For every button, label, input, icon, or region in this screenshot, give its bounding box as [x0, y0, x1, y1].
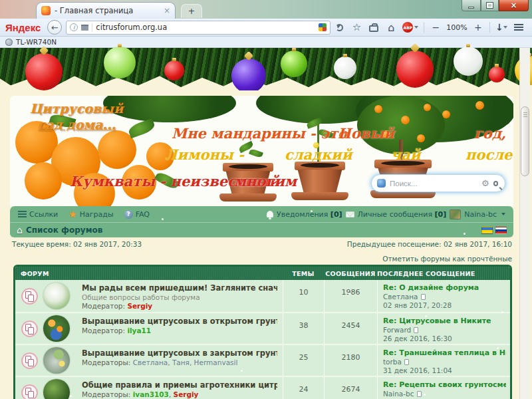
username[interactable]: Naina-bc [464, 210, 497, 219]
ornament-ball [334, 57, 356, 79]
chevron-down-icon[interactable] [501, 213, 505, 215]
moderator-link[interactable]: Светлана, Таня, Hermanvasil [133, 358, 238, 366]
forum-moderators: Модераторы: ivan3103, Sergiy [82, 390, 277, 398]
new-tab-button[interactable]: + [181, 4, 202, 18]
search-icon[interactable] [493, 181, 498, 186]
breadcrumb-bar: ⌂ Список форумов [10, 222, 513, 237]
snow-dot [348, 293, 350, 295]
home-icon[interactable]: ⌂ [17, 225, 23, 235]
orange-fruit [424, 104, 431, 111]
gear-icon[interactable]: ⚙ [481, 178, 489, 188]
menu-button[interactable] [511, 20, 527, 35]
reload-button[interactable] [331, 20, 347, 35]
last-post-link[interactable]: Re: О дизайне форума [383, 283, 506, 292]
session-info: Текущее время: 02 янв 2017, 20:33 Предыд… [12, 240, 512, 248]
ukraine-flag-icon[interactable] [481, 227, 493, 234]
forum-thumbnail [43, 315, 70, 342]
nav-links-label: Ссылки [29, 210, 58, 219]
snow-dot [241, 370, 243, 372]
breadcrumb[interactable]: Список форумов [26, 225, 102, 235]
forum-moderators: Модераторы: Светлана, Таня, Hermanvasil [82, 358, 277, 366]
yandex-logo[interactable]: Яндекс [5, 22, 41, 33]
avg-extension-icon[interactable] [319, 23, 327, 31]
sprout-leaf [249, 148, 263, 158]
nav-messages[interactable]: Личные сообщения [0] [358, 210, 447, 219]
slogan-line2: сладкий [285, 146, 352, 163]
forum-moderators: Модератор: Sergiy [82, 302, 277, 310]
zoom-in-button[interactable]: + [470, 20, 486, 35]
snow-dot [425, 315, 427, 317]
page-info-icon[interactable]: i [70, 23, 78, 31]
ornament-ball [104, 47, 136, 78]
home-button[interactable]: ⌂ [383, 20, 399, 35]
site-icon [81, 25, 88, 31]
bookmark-item[interactable]: TL-WR740N [16, 38, 57, 46]
url-text[interactable]: citrusforum.org.ua [96, 23, 315, 32]
garland-banner [0, 48, 532, 90]
window-controls: × [462, 0, 529, 11]
forum-title[interactable]: Общие правила и приемы агротехники цитру… [82, 380, 277, 390]
forum-title[interactable]: Выращивание цитрусовых в закрытом грунте [82, 348, 277, 358]
close-icon: × [510, 1, 517, 10]
adblock-button[interactable]: ABP [402, 22, 418, 33]
tab-close-icon[interactable]: × [164, 6, 170, 15]
back-button[interactable]: ← [47, 20, 62, 35]
goto-post-icon[interactable] [404, 359, 409, 365]
ornament-ball [231, 59, 266, 93]
globe-icon [5, 39, 13, 46]
zoom-level[interactable]: 100% [446, 23, 467, 32]
nav-links[interactable]: Ссылки [18, 210, 58, 219]
url-bar[interactable]: i citrusforum.org.ua [66, 21, 331, 35]
search-box[interactable]: ⚙ [371, 174, 505, 192]
nav-awards[interactable]: ★ Награды [68, 209, 113, 219]
ornament-ball [25, 53, 63, 90]
user-avatar[interactable] [450, 209, 461, 219]
bookmark-button[interactable]: ☆ [348, 20, 364, 35]
site-logo-line1: Цитрусовый [30, 101, 123, 116]
titlebar: - Главная страница × + × [0, 0, 532, 19]
forum-title[interactable]: Мы рады всем пришедшим! Загляните сначал… [82, 283, 277, 293]
window-minimize-button[interactable] [462, 0, 481, 11]
col-posts: СООБЩЕНИЯ [324, 270, 377, 277]
window-close-button[interactable]: × [499, 0, 529, 11]
forum-title[interactable]: Выращивание цитрусовых в открытом грунте [82, 317, 277, 326]
forum-row: Мы рады всем пришедшим! Загляните сначал… [15, 280, 510, 312]
current-time: Текущее время: 02 янв 2017, 20:33 [12, 240, 142, 248]
browser-window: - Главная страница × + × Яндекс ← i citr… [0, 0, 532, 399]
russia-flag-icon[interactable] [495, 227, 507, 234]
moderator-link[interactable]: Sergiy [127, 302, 152, 310]
forum-description: Общие вопросы работы форума [82, 293, 277, 301]
page-scrollbar[interactable] [519, 48, 530, 399]
last-post-author[interactable]: torba [383, 358, 506, 366]
moderator-link[interactable]: ilya11 [127, 327, 151, 334]
scrollbar-thumb[interactable] [521, 106, 529, 176]
question-icon: ? [124, 210, 133, 219]
goto-post-icon[interactable] [414, 327, 418, 333]
library-button[interactable] [366, 20, 382, 35]
forum-moderators: Модератор: ilya11 [82, 327, 277, 334]
home-icon: ⌂ [388, 21, 394, 34]
mark-read-link[interactable]: Отметить форумы как прочтённые [382, 255, 512, 263]
download-icon: ↓ [495, 22, 503, 33]
last-post-link[interactable]: Re: Цитрусовые в Никите [383, 317, 506, 325]
post-count: 2454 [324, 313, 377, 344]
last-post-link[interactable]: Re: Траншейная теплица в Нико... [383, 348, 506, 357]
post-count: 2674 [324, 377, 377, 399]
last-post-link[interactable]: Re: Рецепты своих грунтосмесей [383, 380, 506, 389]
goto-post-icon[interactable] [421, 294, 426, 300]
nav-notifications[interactable]: Уведомления [0] [277, 210, 342, 219]
nav-faq[interactable]: ? FAQ [124, 210, 150, 219]
zoom-out-button[interactable]: − [428, 20, 444, 35]
search-input[interactable] [390, 180, 477, 188]
browser-tab[interactable]: - Главная страница × [36, 2, 176, 19]
goto-post-icon[interactable] [417, 391, 422, 397]
window-restore-button[interactable] [481, 0, 499, 11]
topic-count: 24 [283, 377, 324, 399]
last-post-author[interactable]: Forward [383, 326, 506, 334]
forum-table-header: ФОРУМ ТЕМЫ СООБЩЕНИЯ ПОСЛЕДНЕЕ СООБЩЕНИЕ [15, 267, 510, 280]
last-post-author[interactable]: Naina-bc [383, 390, 506, 398]
moderator-link[interactable]: Sergiy [174, 390, 199, 398]
downloads-button[interactable]: ↓ [493, 20, 509, 35]
moderator-link[interactable]: ivan3103 [133, 390, 169, 398]
last-post-author[interactable]: Светлана [383, 293, 506, 301]
